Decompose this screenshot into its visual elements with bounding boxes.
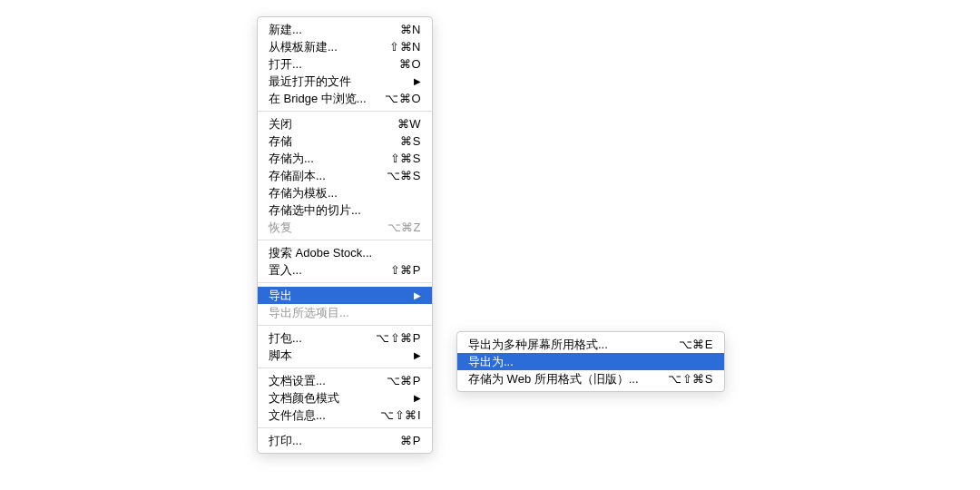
- submenu-item-save-for-web[interactable]: 存储为 Web 所用格式（旧版）... ⌥⇧⌘S: [457, 370, 724, 387]
- menu-item-export-selection: 导出所选项目...: [258, 304, 432, 321]
- menu-label: 从模板新建...: [269, 39, 338, 55]
- menu-shortcut: ⌥⌘O: [385, 92, 421, 105]
- menu-item-scripts[interactable]: 脚本 ▶: [258, 347, 432, 364]
- submenu-item-export-screens[interactable]: 导出为多种屏幕所用格式... ⌥⌘E: [457, 336, 724, 353]
- file-menu: 新建... ⌘N 从模板新建... ⇧⌘N 打开... ⌘O 最近打开的文件 ▶…: [257, 16, 433, 454]
- menu-shortcut: ⌘O: [399, 57, 421, 71]
- menu-label: 导出: [269, 288, 292, 304]
- menu-label: 文档颜色模式: [269, 390, 339, 407]
- menu-label: 在 Bridge 中浏览...: [269, 91, 367, 107]
- menu-label: 存储为...: [269, 151, 314, 167]
- menu-label: 最近打开的文件: [269, 74, 351, 90]
- menu-shortcut: ⌥⌘Z: [387, 220, 421, 234]
- submenu-arrow-icon: ▶: [414, 290, 421, 300]
- menu-shortcut: ⌘N: [400, 23, 421, 36]
- menu-separator: [258, 325, 432, 326]
- menu-shortcut: ⌘S: [400, 134, 421, 148]
- menu-shortcut: ⌥⌘P: [387, 374, 421, 387]
- menu-item-new-from-template[interactable]: 从模板新建... ⇧⌘N: [258, 38, 432, 55]
- menu-label: 新建...: [269, 22, 302, 38]
- menu-item-print[interactable]: 打印... ⌘P: [258, 432, 432, 449]
- menu-item-recent[interactable]: 最近打开的文件 ▶: [258, 73, 432, 90]
- menu-item-close[interactable]: 关闭 ⌘W: [258, 115, 432, 132]
- submenu-arrow-icon: ▶: [414, 350, 421, 360]
- menu-item-open[interactable]: 打开... ⌘O: [258, 55, 432, 73]
- menu-label: 打包...: [269, 330, 302, 347]
- menu-label: 文档设置...: [269, 373, 326, 389]
- menu-label: 关闭: [269, 116, 292, 132]
- menu-shortcut: ⇧⌘S: [390, 152, 421, 165]
- menu-shortcut: ⇧⌘N: [389, 40, 421, 54]
- menu-label: 导出为多种屏幕所用格式...: [468, 337, 608, 353]
- menu-item-revert: 恢复 ⌥⌘Z: [258, 219, 432, 236]
- menu-item-file-info[interactable]: 文件信息... ⌥⇧⌘I: [258, 407, 432, 424]
- menu-item-doc-setup[interactable]: 文档设置... ⌥⌘P: [258, 372, 432, 389]
- menu-separator: [258, 240, 432, 240]
- menu-label: 打开...: [269, 56, 302, 73]
- menu-item-browse-bridge[interactable]: 在 Bridge 中浏览... ⌥⌘O: [258, 90, 432, 107]
- menu-item-save-copy[interactable]: 存储副本... ⌥⌘S: [258, 167, 432, 184]
- menu-label: 存储为模板...: [269, 185, 338, 201]
- menu-label: 文件信息...: [269, 407, 326, 424]
- menu-item-package[interactable]: 打包... ⌥⇧⌘P: [258, 329, 432, 347]
- menu-item-save[interactable]: 存储 ⌘S: [258, 132, 432, 150]
- menu-item-save-as[interactable]: 存储为... ⇧⌘S: [258, 150, 432, 167]
- menu-separator: [258, 282, 432, 283]
- menu-item-save-slices[interactable]: 存储选中的切片...: [258, 201, 432, 219]
- menu-shortcut: ⌥⇧⌘I: [380, 408, 421, 422]
- menu-shortcut: ⌘P: [400, 434, 421, 447]
- menu-shortcut: ⌥⌘S: [387, 169, 421, 182]
- menu-shortcut: ⇧⌘P: [390, 263, 421, 277]
- menu-item-new[interactable]: 新建... ⌘N: [258, 21, 432, 38]
- submenu-arrow-icon: ▶: [414, 393, 421, 403]
- submenu-item-export-as[interactable]: 导出为...: [457, 353, 724, 370]
- menu-item-color-mode[interactable]: 文档颜色模式 ▶: [258, 389, 432, 407]
- menu-label: 存储副本...: [269, 168, 326, 184]
- submenu-arrow-icon: ▶: [414, 76, 421, 86]
- menu-label: 搜索 Adobe Stock...: [269, 245, 372, 261]
- menu-item-export[interactable]: 导出 ▶: [258, 287, 432, 304]
- menu-shortcut: ⌥⌘E: [679, 338, 713, 351]
- menu-separator: [258, 111, 432, 112]
- menu-item-search-stock[interactable]: 搜索 Adobe Stock...: [258, 244, 432, 261]
- menu-label: 存储选中的切片...: [269, 202, 361, 219]
- menu-label: 存储为 Web 所用格式（旧版）...: [468, 371, 639, 387]
- menu-item-save-template[interactable]: 存储为模板...: [258, 184, 432, 201]
- menu-label: 导出为...: [468, 354, 514, 370]
- menu-separator: [258, 427, 432, 428]
- menu-label: 导出所选项目...: [269, 305, 349, 321]
- menu-label: 恢复: [269, 220, 292, 236]
- menu-shortcut: ⌥⇧⌘S: [668, 372, 713, 386]
- export-submenu: 导出为多种屏幕所用格式... ⌥⌘E 导出为... 存储为 Web 所用格式（旧…: [456, 331, 725, 392]
- menu-shortcut: ⌘W: [397, 117, 421, 131]
- menu-label: 存储: [269, 133, 292, 150]
- menu-shortcut: ⌥⇧⌘P: [376, 331, 421, 345]
- menu-item-place[interactable]: 置入... ⇧⌘P: [258, 261, 432, 279]
- menu-label: 打印...: [269, 433, 302, 449]
- menu-label: 脚本: [269, 348, 292, 364]
- menu-separator: [258, 368, 432, 368]
- menu-label: 置入...: [269, 262, 302, 279]
